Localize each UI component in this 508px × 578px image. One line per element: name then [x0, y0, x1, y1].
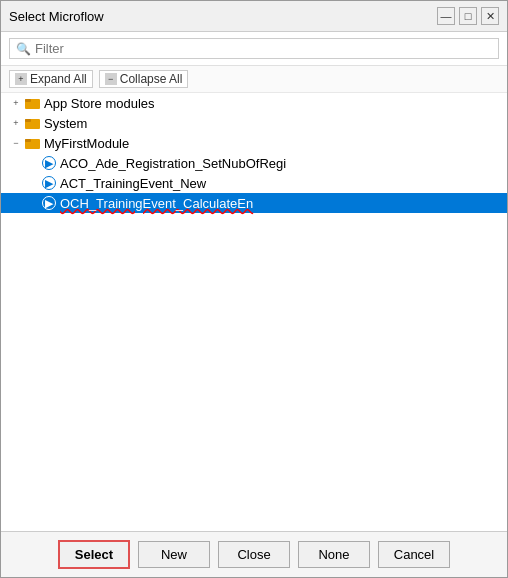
collapse-all-label: Collapse All — [120, 72, 183, 86]
filter-bar: 🔍 — [1, 32, 507, 66]
dialog-title: Select Microflow — [9, 9, 104, 24]
svg-rect-5 — [25, 139, 31, 142]
minimize-button[interactable]: — — [437, 7, 455, 25]
tree-item-system[interactable]: + System — [1, 113, 507, 133]
expand-all-label: Expand All — [30, 72, 87, 86]
close-window-button[interactable]: ✕ — [481, 7, 499, 25]
svg-rect-3 — [25, 119, 31, 122]
tree-area-wrapper: + App Store modules + — [1, 93, 507, 531]
tree-scroll[interactable]: + App Store modules + — [1, 93, 507, 531]
tree-item-myfirstmodule[interactable]: − MyFirstModule — [1, 133, 507, 153]
flow-icon-och: ▶ — [41, 195, 57, 211]
app-store-modules-label: App Store modules — [44, 96, 155, 111]
folder-icon-app-store — [25, 95, 41, 111]
bottom-bar: Select New Close None Cancel — [1, 531, 507, 577]
expand-collapse-bar: + Expand All − Collapse All — [1, 66, 507, 93]
flow-icon-aco: ▶ — [41, 155, 57, 171]
och-training-label: OCH_TrainingEvent_CalculateEn — [60, 196, 253, 211]
select-button[interactable]: Select — [58, 540, 130, 569]
toggle-app-store: + — [9, 96, 23, 110]
cancel-button[interactable]: Cancel — [378, 541, 450, 568]
toggle-och — [25, 196, 39, 210]
tree-item-och-training[interactable]: ▶ OCH_TrainingEvent_CalculateEn — [1, 193, 507, 213]
title-bar: Select Microflow — □ ✕ — [1, 1, 507, 32]
expand-all-button[interactable]: + Expand All — [9, 70, 93, 88]
tree-item-act-training[interactable]: ▶ ACT_TrainingEvent_New — [1, 173, 507, 193]
toggle-system: + — [9, 116, 23, 130]
maximize-button[interactable]: □ — [459, 7, 477, 25]
expand-icon: + — [15, 73, 27, 85]
search-icon: 🔍 — [16, 42, 31, 56]
toggle-act — [25, 176, 39, 190]
svg-rect-1 — [25, 99, 31, 102]
title-bar-controls: — □ ✕ — [437, 7, 499, 25]
folder-icon-myfirstmodule — [25, 135, 41, 151]
new-button[interactable]: New — [138, 541, 210, 568]
tree-item-aco-registration[interactable]: ▶ ACO_Ade_Registration_SetNubOfRegi — [1, 153, 507, 173]
act-training-label: ACT_TrainingEvent_New — [60, 176, 206, 191]
collapse-icon: − — [105, 73, 117, 85]
toggle-myfirstmodule: − — [9, 136, 23, 150]
tree-item-app-store-modules[interactable]: + App Store modules — [1, 93, 507, 113]
close-button[interactable]: Close — [218, 541, 290, 568]
aco-registration-label: ACO_Ade_Registration_SetNubOfRegi — [60, 156, 286, 171]
none-button[interactable]: None — [298, 541, 370, 568]
myfirstmodule-label: MyFirstModule — [44, 136, 129, 151]
flow-icon-act: ▶ — [41, 175, 57, 191]
filter-input[interactable] — [35, 41, 492, 56]
system-label: System — [44, 116, 87, 131]
dialog-select-microflow: Select Microflow — □ ✕ 🔍 + Expand All − … — [0, 0, 508, 578]
filter-box: 🔍 — [9, 38, 499, 59]
collapse-all-button[interactable]: − Collapse All — [99, 70, 189, 88]
toggle-aco — [25, 156, 39, 170]
folder-icon-system — [25, 115, 41, 131]
